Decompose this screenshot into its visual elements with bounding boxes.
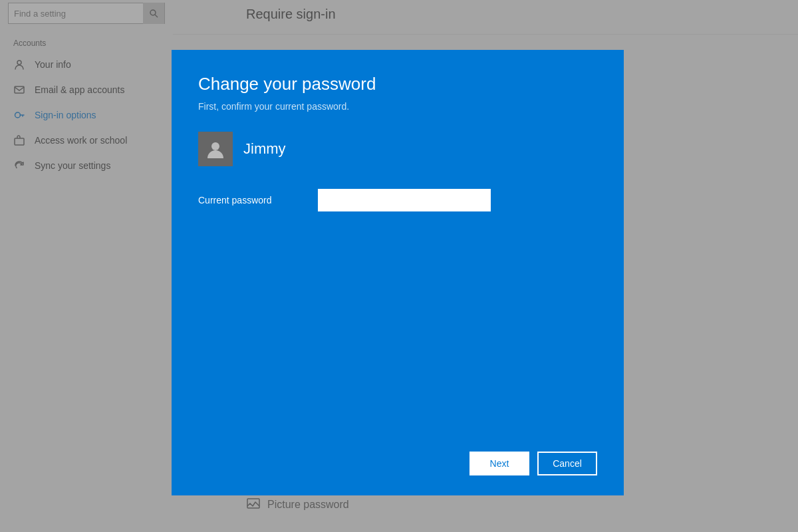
password-row: Current password <box>198 189 597 211</box>
dialog-footer: Next Cancel <box>198 445 597 475</box>
change-password-dialog: Change your password First, confirm your… <box>172 50 624 495</box>
cancel-button[interactable]: Cancel <box>537 452 597 475</box>
current-password-input[interactable] <box>318 189 491 211</box>
user-row: Jimmy <box>198 132 597 166</box>
user-name: Jimmy <box>243 140 286 158</box>
dialog-spacer <box>198 225 597 445</box>
user-avatar <box>198 132 233 166</box>
current-password-label: Current password <box>198 195 305 205</box>
svg-point-8 <box>211 142 219 150</box>
dialog-title: Change your password <box>198 74 597 94</box>
next-button[interactable]: Next <box>469 452 529 475</box>
avatar-icon <box>205 138 226 160</box>
dialog-subtitle: First, confirm your current password. <box>198 101 597 112</box>
